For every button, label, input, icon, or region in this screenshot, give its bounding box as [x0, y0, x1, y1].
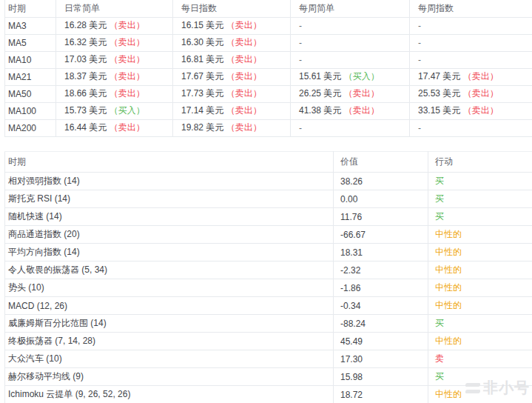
ma-price: 19.82 美元 — [181, 122, 226, 133]
ma-signal: （卖出） — [110, 20, 145, 30]
indicator-value: 45.49 — [334, 333, 428, 350]
ma-price: 16.32 美元 — [64, 37, 110, 47]
indicator-value: 18.72 — [334, 386, 428, 403]
indicator-value: -2.32 — [334, 262, 428, 279]
indicator-action: 买 — [428, 315, 532, 333]
indicator-action: 买 — [428, 190, 532, 208]
indicator-row: 终极振荡器 (7, 14, 28)45.49中性的 — [5, 333, 532, 350]
ma-signal: （卖出） — [110, 88, 145, 99]
ma-value-cell: 16.32 美元 （卖出） — [56, 34, 173, 51]
indicators-header: 时期价值行动 — [5, 152, 532, 173]
ma-value-cell: - — [291, 51, 410, 68]
indicator-action: 中性的 — [428, 386, 532, 403]
ma-price: 41.38 美元 — [299, 105, 344, 116]
ma-period-label: MA200 — [5, 119, 56, 136]
ma-value-cell: 16.28 美元 （卖出） — [56, 17, 173, 34]
indicator-name: MACD (12, 26) — [5, 297, 334, 315]
ma-value-cell: 25.53 美元 （卖出） — [410, 85, 532, 102]
ma-price: 15.73 美元 — [64, 105, 110, 116]
ma-value-cell: 16.15 美元 （卖出） — [173, 17, 291, 34]
ma-value-cell: 33.15 美元 （卖出） — [410, 102, 532, 119]
ma-column-header: 时期 — [5, 0, 56, 17]
ma-row: MA1017.03 美元 （卖出）16.81 美元 （卖出）-- — [5, 51, 532, 68]
indicator-name: 赫尔移动平均线 (9) — [5, 368, 334, 386]
ma-price: 16.15 美元 — [181, 20, 226, 30]
technical-analysis-page: 时期日常简单每日指数每周简单每周指数 MA316.28 美元 （卖出）16.15… — [0, 0, 532, 403]
ma-value-cell: 17.03 美元 （卖出） — [56, 51, 173, 68]
ma-signal: （卖出） — [463, 88, 499, 99]
ma-signal: （卖出） — [110, 71, 145, 81]
indicator-value: 15.98 — [334, 368, 428, 386]
moving-averages-body: MA316.28 美元 （卖出）16.15 美元 （卖出）--MA516.32 … — [5, 17, 532, 136]
ma-value-cell: 26.25 美元 （卖出） — [291, 85, 410, 102]
indicator-action: 中性的 — [428, 262, 532, 279]
ma-price: 16.44 美元 — [64, 122, 110, 133]
indicator-value: 11.76 — [334, 208, 428, 226]
indicator-action: 中性的 — [428, 297, 532, 315]
ma-value-cell: - — [410, 51, 532, 68]
moving-averages-header: 时期日常简单每日指数每周简单每周指数 — [5, 0, 532, 17]
indicator-row: 随机快速 (14)11.76买 — [5, 208, 532, 226]
indicator-name: 威廉姆斯百分比范围 (14) — [5, 315, 334, 333]
indicator-name: 终极振荡器 (7, 14, 28) — [5, 333, 334, 350]
ma-price: 17.14 美元 — [181, 105, 226, 116]
ma-signal: （卖出） — [463, 105, 499, 116]
indicator-name: 大众汽车 (10) — [5, 350, 334, 368]
ma-price: 16.30 美元 — [181, 37, 226, 47]
moving-averages-table: 时期日常简单每日指数每周简单每周指数 MA316.28 美元 （卖出）16.15… — [4, 0, 532, 137]
indicator-value: -1.86 — [334, 279, 428, 297]
ma-value-cell: 16.81 美元 （卖出） — [173, 51, 291, 68]
indicator-row: 大众汽车 (10)17.30卖 — [5, 350, 532, 368]
ma-signal: （卖出） — [463, 71, 499, 81]
ma-price: 17.73 美元 — [181, 88, 226, 99]
ma-row: MA5018.66 美元 （卖出）17.73 美元 （卖出）26.25 美元 （… — [5, 85, 532, 102]
ma-row: MA516.32 美元 （卖出）16.30 美元 （卖出）-- — [5, 34, 532, 51]
indicator-action: 中性的 — [428, 244, 532, 262]
ma-price: 26.25 美元 — [299, 88, 344, 99]
ma-row: MA20016.44 美元 （卖出）19.82 美元 （卖出）-- — [5, 119, 532, 136]
ma-value-cell: 16.44 美元 （卖出） — [56, 119, 173, 136]
indicator-name: 斯托克 RSI (14) — [5, 190, 334, 208]
indicator-column-header: 时期 — [5, 152, 334, 173]
ma-value-cell: - — [410, 17, 532, 34]
ma-value-cell: - — [410, 34, 532, 51]
ma-column-header: 每周指数 — [410, 0, 532, 17]
ma-value-cell: 18.37 美元 （卖出） — [56, 68, 173, 85]
indicator-value: -88.24 — [334, 315, 428, 333]
ma-column-header: 日常简单 — [56, 0, 173, 17]
indicator-name: 势头 (10) — [5, 279, 334, 297]
ma-signal: （卖出） — [226, 122, 262, 133]
ma-period-label: MA3 — [5, 17, 56, 34]
indicators-table: 时期价值行动 相对强弱指数 (14)38.26买斯托克 RSI (14)0.00… — [4, 151, 532, 403]
indicator-name: 令人敬畏的振荡器 (5, 34) — [5, 262, 334, 279]
ma-price: 18.37 美元 — [64, 71, 110, 81]
ma-row: MA2118.37 美元 （卖出）17.67 美元 （卖出）15.61 美元 （… — [5, 68, 532, 85]
indicator-row: 势头 (10)-1.86中性的 — [5, 279, 532, 297]
ma-row: MA10015.73 美元 （买入）17.14 美元 （卖出）41.38 美元 … — [5, 102, 532, 119]
ma-signal: （卖出） — [226, 71, 262, 81]
indicator-action: 买 — [428, 368, 532, 386]
indicator-column-header: 价值 — [334, 152, 428, 173]
ma-value-cell: 41.38 美元 （卖出） — [291, 102, 410, 119]
ma-signal: （卖出） — [226, 20, 262, 30]
ma-price: 33.15 美元 — [418, 105, 463, 116]
ma-value-cell: 15.61 美元 （买入） — [291, 68, 410, 85]
indicator-row: MACD (12, 26)-0.34中性的 — [5, 297, 532, 315]
ma-header-row: 时期日常简单每日指数每周简单每周指数 — [5, 0, 532, 17]
ma-period-label: MA100 — [5, 102, 56, 119]
indicator-action: 买 — [428, 173, 532, 190]
ma-value-cell: - — [291, 119, 410, 136]
ma-signal: （卖出） — [344, 105, 380, 116]
indicators-body: 相对强弱指数 (14)38.26买斯托克 RSI (14)0.00买随机快速 (… — [5, 173, 532, 403]
indicator-value: 17.30 — [334, 350, 428, 368]
indicator-action: 卖 — [428, 350, 532, 368]
ma-price: 18.66 美元 — [64, 88, 110, 99]
indicator-name: 平均方向指数 (14) — [5, 244, 334, 262]
ma-value-cell: - — [410, 119, 532, 136]
indicator-row: 令人敬畏的振荡器 (5, 34)-2.32中性的 — [5, 262, 532, 279]
ma-price: 16.28 美元 — [64, 20, 110, 30]
ma-signal: （卖出） — [226, 54, 262, 64]
indicator-row: 平均方向指数 (14)18.31中性的 — [5, 244, 532, 262]
ma-period-label: MA10 — [5, 51, 56, 68]
indicators-header-row: 时期价值行动 — [5, 152, 532, 173]
